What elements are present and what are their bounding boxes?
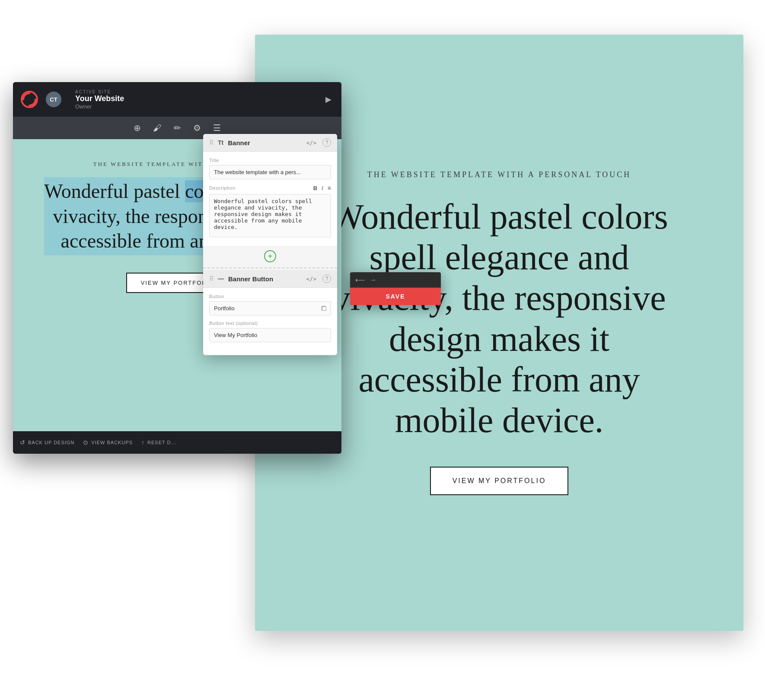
drag-handle-icon[interactable]: ⠿	[209, 139, 214, 146]
cms-topbar: CT ACTIVE SITE Your Website Owner ▶	[13, 82, 341, 117]
align-right-icon[interactable]: →	[370, 276, 376, 284]
settings-icon[interactable]: ⚙	[193, 123, 201, 133]
description-format-bar: Description B I ≡	[209, 185, 331, 191]
panel-banner-button-section: ⠿ — Banner Button </> ? Button Portfolio…	[203, 270, 337, 354]
add-section-button[interactable]: +	[203, 247, 337, 266]
list-button[interactable]: ≡	[328, 185, 331, 191]
panel-banner-body: Title Description B I ≡ Wonderful pastel…	[203, 152, 337, 246]
panel-banner-button-body: Button Portfolio ⧠ Button text (optional…	[203, 288, 337, 354]
section-divider	[203, 267, 337, 268]
banner-help-button[interactable]: ?	[322, 138, 331, 147]
view-backups-icon: ⊙	[83, 439, 89, 446]
description-field-label: Description	[209, 185, 236, 191]
banner-code-button[interactable]: </>	[306, 140, 316, 146]
reset-button[interactable]: ↑ RESET D...	[141, 439, 176, 446]
view-backups-button[interactable]: ⊙ VIEW BACKUPS	[83, 439, 133, 446]
backup-icon: ↺	[20, 439, 26, 446]
panel-banner-title: Banner	[228, 139, 302, 146]
cms-avatar: CT	[46, 92, 61, 107]
theme-icon[interactable]: 🖌	[153, 123, 162, 133]
button-select[interactable]: Portfolio	[209, 301, 331, 315]
cms-site-role: Owner	[75, 103, 316, 110]
panel-editor: ⠿ Tt Banner </> ? Title Description B I …	[203, 134, 337, 355]
title-field-label: Title	[209, 158, 331, 163]
panel-banner-button-header: ⠿ — Banner Button </> ?	[203, 270, 337, 288]
panel-banner-section: ⠿ Tt Banner </> ? Title Description B I …	[203, 134, 337, 246]
align-left-icon[interactable]: ⟵	[355, 276, 365, 284]
cms-play-button[interactable]: ▶	[322, 93, 335, 105]
button-text-field-label: Button text (optional)	[209, 321, 331, 326]
save-button[interactable]: SAVE	[350, 288, 441, 305]
bg-preview-button[interactable]: View My Portfolio	[430, 467, 569, 495]
button-select-wrapper: Portfolio ⧠	[209, 301, 331, 315]
globe-icon[interactable]: ⊕	[134, 123, 141, 133]
bg-preview-subtitle: The Website Template With A Personal Tou…	[367, 170, 631, 179]
save-panel-toolbar: ⟵ →	[350, 272, 441, 288]
button-field-label: Button	[209, 294, 331, 299]
button-text-input[interactable]	[209, 328, 331, 342]
pages-icon[interactable]: ☰	[213, 123, 221, 133]
edit-icon[interactable]: ✏	[174, 123, 181, 133]
cms-logo-icon	[20, 90, 39, 109]
backup-design-button[interactable]: ↺ BACK UP DESIGN	[20, 439, 74, 446]
drag-handle-icon-2[interactable]: ⠿	[209, 275, 214, 282]
cms-active-site-label: ACTIVE SITE	[75, 89, 316, 94]
banner-button-help-button[interactable]: ?	[322, 274, 331, 283]
cms-site-name: Your Website	[75, 94, 316, 103]
cms-site-info: ACTIVE SITE Your Website Owner	[75, 89, 316, 110]
reset-icon: ↑	[141, 439, 145, 446]
button-icon: —	[218, 275, 224, 282]
text-icon: Tt	[218, 139, 223, 146]
banner-title-input[interactable]	[209, 165, 331, 179]
banner-button-code-button[interactable]: </>	[306, 276, 316, 282]
cms-bottombar: ↺ BACK UP DESIGN ⊙ VIEW BACKUPS ↑ RESET …	[13, 431, 341, 454]
bold-button[interactable]: B	[313, 185, 317, 191]
panel-banner-header: ⠿ Tt Banner </> ?	[203, 134, 337, 152]
panel-banner-button-title: Banner Button	[228, 275, 302, 283]
bg-preview-heading: Wonderful pastel colors spell elegance a…	[316, 197, 683, 441]
add-icon[interactable]: +	[264, 250, 276, 262]
save-panel: ⟵ → SAVE	[350, 272, 441, 305]
italic-button[interactable]: I	[322, 185, 323, 191]
banner-description-textarea[interactable]: Wonderful pastel colors spell elegance a…	[209, 194, 331, 237]
